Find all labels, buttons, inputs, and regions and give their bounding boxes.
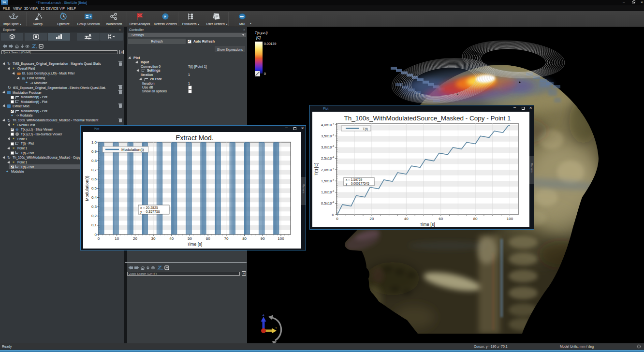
svg-text:60: 60 <box>439 217 443 221</box>
svg-text:x = 20.2825: x = 20.2825 <box>140 206 158 209</box>
svg-text:0: 0 <box>95 233 97 237</box>
svg-text:0,4: 0,4 <box>91 195 97 200</box>
svg-text:3,5x10-4: 3,5x10-4 <box>321 133 334 138</box>
svg-text:0,1: 0,1 <box>91 223 97 227</box>
svg-text:80: 80 <box>242 236 247 241</box>
svg-text:Extract Mod.: Extract Mod. <box>176 134 214 142</box>
svg-text:1,0x10-4: 1,0x10-4 <box>321 190 334 194</box>
svg-text:2,5x10-4: 2,5x10-4 <box>321 156 334 161</box>
svg-text:40: 40 <box>169 236 174 241</box>
svg-text:T(t): T(t) <box>363 127 368 131</box>
svg-text:100: 100 <box>507 217 513 221</box>
svg-text:Time [s]: Time [s] <box>187 242 203 247</box>
svg-text:Modulation(t): Modulation(t) <box>121 147 144 152</box>
svg-text:0: 0 <box>336 217 338 221</box>
svg-text:40: 40 <box>404 217 409 221</box>
svg-text:50: 50 <box>188 236 192 241</box>
svg-text:y = 0.000177545: y = 0.000177545 <box>346 182 369 186</box>
svg-text:0,9: 0,9 <box>91 149 97 154</box>
svg-text:70: 70 <box>224 236 228 241</box>
svg-text:x = 1.59729: x = 1.59729 <box>346 178 363 181</box>
svg-text:30: 30 <box>151 236 156 241</box>
svg-text:0,7: 0,7 <box>91 168 97 172</box>
svg-text:60: 60 <box>206 236 210 241</box>
svg-text:3,0x10-4: 3,0x10-4 <box>321 145 334 149</box>
svg-text:0,6: 0,6 <box>91 177 97 181</box>
svg-text:80: 80 <box>473 217 478 221</box>
svg-text:0,8: 0,8 <box>91 159 97 163</box>
svg-text:Time [s]: Time [s] <box>420 222 435 227</box>
svg-text:20: 20 <box>369 217 374 221</box>
svg-text:100: 100 <box>278 236 284 241</box>
svg-text:0,3: 0,3 <box>91 205 97 209</box>
svg-text:0: 0 <box>98 236 100 241</box>
svg-text:0,2: 0,2 <box>91 214 97 218</box>
svg-text:10: 10 <box>115 236 119 241</box>
svg-text:0,5x10-4: 0,5x10-4 <box>321 201 334 205</box>
svg-text:2,0x10-4: 2,0x10-4 <box>321 167 334 172</box>
svg-text:Y: Y <box>275 326 277 329</box>
svg-text:Z: Z <box>263 313 264 316</box>
svg-text:0,5: 0,5 <box>91 186 97 191</box>
svg-text:Modulation(t): Modulation(t) <box>85 176 89 201</box>
svg-text:1,0: 1,0 <box>91 140 97 145</box>
svg-text:0: 0 <box>332 213 335 217</box>
svg-text:y = 0.357756: y = 0.357756 <box>140 210 160 214</box>
svg-text:Th_100s_WithModulatedSource_Ma: Th_100s_WithModulatedSource_Masked - Cop… <box>344 115 511 122</box>
svg-text:90: 90 <box>261 236 265 241</box>
svg-text:4,0x10-4: 4,0x10-4 <box>321 122 334 127</box>
svg-text:T(t) [C]: T(t) [C] <box>314 162 319 175</box>
svg-text:20: 20 <box>133 236 137 241</box>
svg-text:1,5x10-4: 1,5x10-4 <box>321 178 334 183</box>
